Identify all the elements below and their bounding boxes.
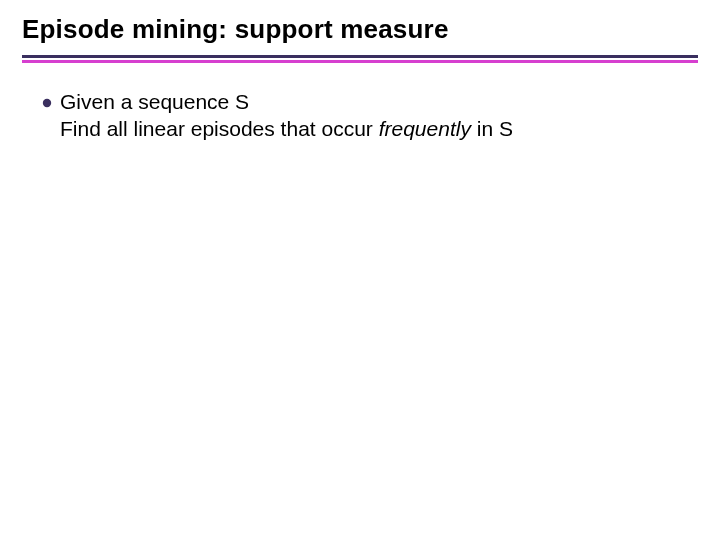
bullet-line-1: Given a sequence S <box>60 89 690 116</box>
title-block: Episode mining: support measure <box>22 14 698 63</box>
slide: Episode mining: support measure Given a … <box>0 0 720 540</box>
bullet-line-2: Find all linear episodes that occur freq… <box>60 116 690 143</box>
slide-title: Episode mining: support measure <box>22 14 698 55</box>
bullet-line-2-ital: frequently <box>379 117 471 140</box>
bullet-line-2-post: in S <box>471 117 513 140</box>
bullet-line-2-pre: Find all linear episodes that occur <box>60 117 379 140</box>
divider-dark <box>22 55 698 58</box>
bullet-icon <box>42 98 52 108</box>
content-area: Given a sequence S Find all linear episo… <box>22 89 698 143</box>
svg-point-0 <box>43 99 51 107</box>
bullet-body: Given a sequence S Find all linear episo… <box>60 89 690 143</box>
divider-accent <box>22 60 698 63</box>
list-item: Given a sequence S Find all linear episo… <box>42 89 690 143</box>
